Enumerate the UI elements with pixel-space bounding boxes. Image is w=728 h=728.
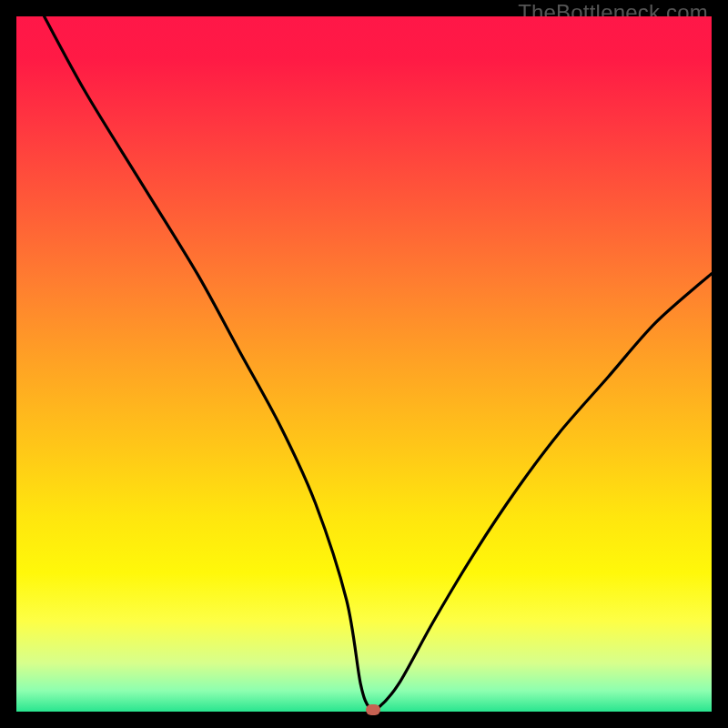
optimal-marker [366,704,380,715]
chart-frame: TheBottleneck.com [0,0,728,728]
bottleneck-curve [16,16,712,712]
plot-area [16,16,712,712]
